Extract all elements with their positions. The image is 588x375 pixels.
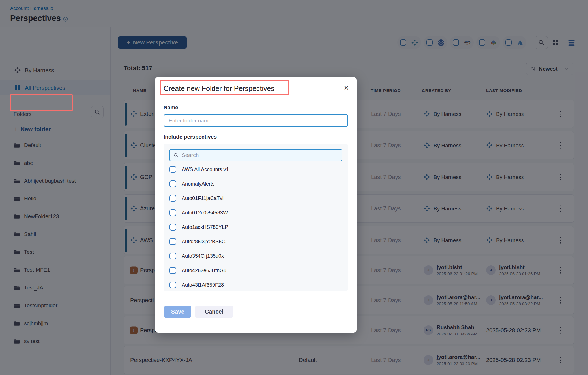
perspective-option-label: Auto0T2c0v54583W [182, 210, 228, 216]
perspective-checkbox[interactable] [169, 267, 176, 274]
perspective-checkbox[interactable] [169, 209, 176, 216]
perspective-option-label: Auto286i3jY2BS6G [182, 239, 226, 245]
search-icon [173, 152, 179, 158]
close-icon[interactable]: ✕ [342, 84, 350, 92]
perspective-search-input[interactable] [182, 152, 338, 158]
perspective-option[interactable]: AWS All Accounts v1 [169, 165, 229, 174]
name-field-label: Name [164, 105, 178, 111]
annotation-box-new-folder [10, 94, 73, 111]
perspectives-picker-panel: AWS All Accounts v1 AnomalyAlerts Auto01… [164, 144, 348, 291]
perspective-option[interactable]: Auto43l1Af659F28 [169, 281, 224, 289]
perspective-checkbox[interactable] [169, 180, 176, 187]
perspective-checkbox[interactable] [169, 238, 176, 245]
perspective-option[interactable]: Auto4262e6JUfnGu [169, 266, 226, 275]
create-folder-modal: Create new Folder for Perspectives ✕ Nam… [155, 77, 357, 333]
annotation-box-modal-title [160, 80, 289, 95]
include-perspectives-label: Include perspectives [164, 134, 217, 140]
perspective-option-label: Auto43l1Af659F28 [182, 282, 224, 288]
perspective-option[interactable]: Auto354Crj135u0x [169, 252, 224, 260]
perspective-option-label: Auto4262e6JUfnGu [182, 268, 226, 274]
cancel-button[interactable]: Cancel [195, 306, 233, 318]
perspective-option[interactable]: Auto01F11jaCaTvl [169, 194, 224, 203]
perspective-checkbox[interactable] [169, 282, 176, 288]
perspective-option[interactable]: Auto0T2c0v54583W [169, 208, 228, 217]
perspective-checkbox[interactable] [169, 253, 176, 259]
perspective-option-label: Auto354Crj135u0x [182, 253, 224, 259]
perspective-checkbox[interactable] [169, 166, 176, 173]
perspective-option-label: Auto01F11jaCaTvl [182, 195, 224, 201]
perspective-option-label: AWS All Accounts v1 [182, 167, 229, 172]
save-button[interactable]: Save [164, 306, 191, 318]
folder-name-input[interactable] [164, 114, 348, 127]
perspective-option[interactable]: Auto286i3jY2BS6G [169, 237, 226, 246]
perspective-option-label: AnomalyAlerts [182, 181, 214, 187]
perspective-search-box [169, 149, 342, 161]
perspective-option-label: Auto1acxHS786YLP [182, 224, 228, 230]
perspective-checkbox[interactable] [169, 224, 176, 231]
perspective-option[interactable]: Auto1acxHS786YLP [169, 223, 228, 231]
perspective-option[interactable]: AnomalyAlerts [169, 180, 214, 188]
perspective-checkbox[interactable] [169, 195, 176, 202]
